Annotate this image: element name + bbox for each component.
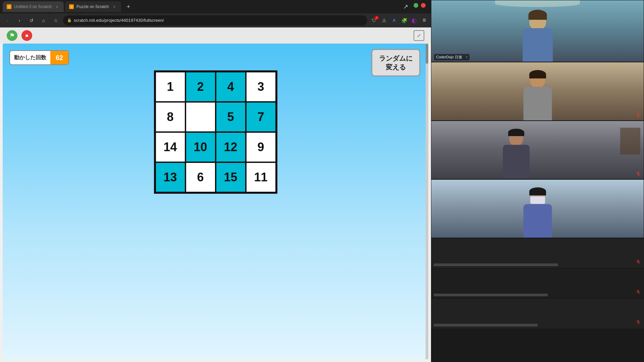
puzzle-cell-3-2[interactable]: 15: [216, 162, 246, 192]
puzzle-cell-1-2[interactable]: 5: [216, 102, 246, 132]
random-btn-line1: ランダムに: [379, 54, 413, 63]
cursor-icon: ↗: [403, 3, 408, 10]
tile1-ceiling: [495, 0, 580, 7]
puzzle-cell-3-3[interactable]: 11: [246, 162, 276, 192]
tab1-close-button[interactable]: ×: [54, 4, 60, 9]
reload-button[interactable]: ↺: [27, 16, 36, 25]
puzzle-grid[interactable]: 124385714101291361511: [154, 70, 277, 194]
shield-badge: 1: [375, 16, 379, 20]
tile7-name-blur: [434, 324, 538, 326]
maximize-button[interactable]: [414, 3, 418, 8]
tile2-content: [431, 62, 644, 120]
tile2-person: [519, 68, 556, 120]
tab-puzzle[interactable]: S Puzzle on Scratch ×: [65, 1, 121, 12]
tab2-label: Puzzle on Scratch: [76, 4, 109, 9]
browser-window: S Untitled-3 on Scratch × S Puzzle on Sc…: [0, 0, 431, 362]
puzzle-cell-3-0[interactable]: 13: [155, 162, 185, 192]
toolbar-icons: 🛡 1 ⚠ A 🧩 ◐ ≡: [370, 16, 428, 24]
menu-icon[interactable]: ≡: [420, 16, 428, 24]
video-tile-7[interactable]: [431, 298, 644, 328]
translate-icon[interactable]: A: [390, 16, 398, 24]
puzzle-row-1: 857: [155, 102, 276, 132]
bookmark-button[interactable]: ☆: [51, 16, 60, 25]
move-counter-label: 動かした回数: [10, 54, 50, 61]
puzzle-cell-2-1[interactable]: 10: [185, 132, 216, 162]
tile1-label: CoderDojo 日進 ↑: [434, 54, 470, 60]
tile4-person: [519, 186, 556, 238]
random-btn-line2: 変える: [379, 63, 413, 71]
tile1-content: [431, 0, 644, 62]
puzzle-cell-1-3[interactable]: 7: [246, 102, 276, 132]
stop-button[interactable]: ■: [21, 30, 32, 41]
tile3-person: [499, 127, 533, 179]
puzzle-cell-2-0[interactable]: 14: [155, 132, 185, 162]
profile-symbol: ◐: [412, 17, 417, 24]
lock-icon: 🔒: [67, 18, 72, 22]
random-button[interactable]: ランダムに 変える: [371, 49, 420, 76]
tile3-shelf: [620, 128, 640, 155]
window-controls: ↗: [403, 3, 428, 10]
puzzle-cell-2-2[interactable]: 12: [216, 132, 246, 162]
tile6-mute: [636, 290, 641, 296]
close-button[interactable]: [421, 3, 426, 8]
video-tile-5[interactable]: [431, 238, 644, 268]
video-panel: CoderDojo 日進 ↑: [431, 0, 644, 362]
puzzle-row-0: 1243: [155, 72, 276, 102]
extensions-icon[interactable]: 🧩: [400, 16, 408, 24]
tile5-name-blur: [434, 263, 558, 266]
move-counter: 動かした回数 62: [9, 50, 69, 65]
puzzle-cell-2-3[interactable]: 9: [246, 132, 276, 162]
puzzle-cell-3-1[interactable]: 6: [185, 162, 216, 192]
new-tab-button[interactable]: +: [124, 2, 133, 11]
stop-icon: ■: [25, 33, 28, 38]
video-tile-3[interactable]: [431, 121, 644, 179]
tile7-mute: [636, 320, 641, 326]
address-bar[interactable]: 🔒 scratch.mit.edu/projects/440197430/ful…: [63, 15, 367, 25]
video-tile-1[interactable]: CoderDojo 日進 ↑: [431, 0, 644, 62]
tab2-close-button[interactable]: ×: [112, 4, 117, 9]
video-tile-6[interactable]: [431, 268, 644, 298]
puzzle-cell-0-0[interactable]: 1: [155, 72, 185, 102]
address-text: scratch.mit.edu/projects/440197430/fulls…: [74, 18, 363, 23]
translate-symbol: A: [393, 18, 396, 23]
title-bar: S Untitled-3 on Scratch × S Puzzle on Sc…: [0, 0, 431, 13]
shield-icon[interactable]: 🛡 1: [370, 16, 378, 24]
tile4-content: [431, 180, 644, 238]
tile3-mute-icon: [636, 171, 641, 178]
puzzle-cell-0-1[interactable]: 2: [185, 72, 216, 102]
green-flag-button[interactable]: [7, 30, 17, 41]
warning-icon[interactable]: ⚠: [380, 16, 388, 24]
tab-untitled3[interactable]: S Untitled-3 on Scratch ×: [3, 1, 64, 12]
scratch-controls: ■ ⤢: [0, 27, 431, 44]
video-tile-2[interactable]: [431, 62, 644, 121]
scrollbar[interactable]: [426, 44, 428, 359]
profile-icon[interactable]: ◐: [410, 16, 418, 24]
extensions-symbol: 🧩: [401, 18, 407, 23]
tile1-person: [518, 8, 558, 62]
scrollbar-thumb[interactable]: [426, 44, 428, 64]
tile5-mute: [636, 259, 641, 265]
back-button[interactable]: ‹: [3, 16, 12, 25]
video-tile-4[interactable]: [431, 179, 644, 238]
tile2-mute-icon: [636, 113, 641, 119]
puzzle-cell-0-3[interactable]: 3: [246, 72, 276, 102]
move-counter-value: 62: [50, 51, 68, 64]
tab1-favicon: S: [7, 4, 11, 9]
puzzle-row-3: 1361511: [155, 162, 276, 192]
scratch-stage: 動かした回数 62 ランダムに 変える 12438571410129136151…: [3, 44, 428, 359]
fullscreen-icon: ⤢: [417, 33, 421, 38]
tab2-favicon: S: [69, 4, 74, 9]
forward-button[interactable]: ›: [15, 16, 24, 25]
browser-content: ■ ⤢ 動かした回数 62 ランダムに 変える 1243857141012913…: [0, 27, 431, 362]
puzzle-cell-1-0[interactable]: 8: [155, 102, 185, 132]
address-bar-row: ‹ › ↺ ⌂ ☆ 🔒 scratch.mit.edu/projects/440…: [0, 13, 431, 27]
home-button[interactable]: ⌂: [39, 16, 48, 25]
tile3-content: [431, 121, 644, 179]
tile6-name-blur: [434, 294, 548, 296]
fullscreen-button[interactable]: ⤢: [414, 30, 424, 41]
menu-symbol: ≡: [423, 17, 426, 24]
warning-symbol: ⚠: [382, 18, 386, 23]
tab1-label: Untitled-3 on Scratch: [14, 4, 52, 9]
puzzle-cell-1-1[interactable]: [185, 102, 216, 132]
puzzle-cell-0-2[interactable]: 4: [216, 72, 246, 102]
